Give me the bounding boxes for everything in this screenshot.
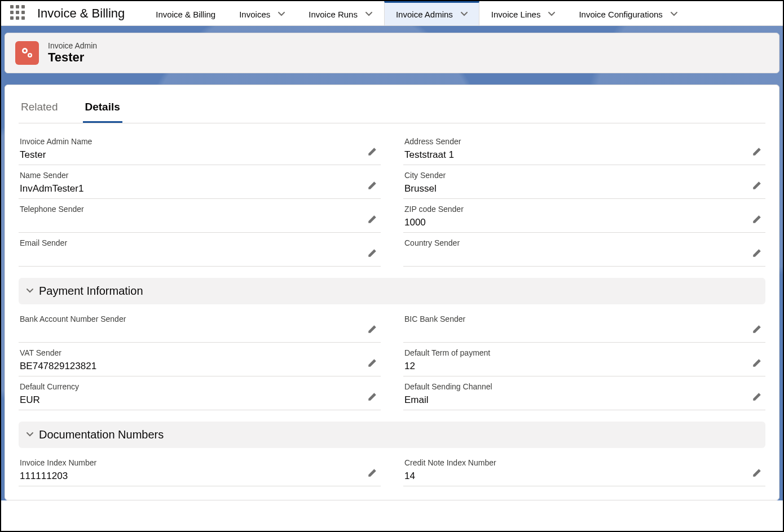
section-payment-information[interactable]: Payment Information [19, 278, 765, 304]
field-value: Teststraat 1 [404, 149, 764, 161]
field-label: Invoice Index Number [20, 458, 380, 467]
field-invoice-admin-name: Invoice Admin Name Tester [19, 131, 381, 165]
field-label: City Sender [404, 171, 764, 180]
pencil-icon[interactable] [367, 468, 377, 478]
nav-label: Invoice Runs [309, 10, 358, 19]
field-default-channel: Default Sending Channel Email [403, 376, 765, 410]
field-label: Name Sender [20, 171, 380, 180]
chevron-down-icon [27, 287, 33, 294]
field-invoice-index: Invoice Index Number 111111203 [19, 453, 381, 486]
pencil-icon[interactable] [752, 392, 762, 402]
record-body: Related Details Invoice Admin Name Teste… [5, 85, 779, 500]
nav-tabs: Invoice & Billing Invoices Invoice Runs … [144, 1, 689, 25]
nav-label: Invoice Admins [396, 10, 453, 19]
field-vat-sender: VAT Sender BE747829123821 [19, 343, 381, 376]
chevron-down-icon[interactable] [548, 11, 555, 17]
field-label: ZIP code Sender [404, 205, 764, 214]
field-label: Default Currency [20, 382, 380, 391]
nav-invoice-billing[interactable]: Invoice & Billing [144, 1, 227, 25]
section-documentation-numbers[interactable]: Documentation Numbers [19, 422, 765, 448]
field-default-term: Default Term of payment 12 [403, 343, 765, 376]
record-title: Tester [48, 50, 97, 65]
section-title: Payment Information [39, 285, 143, 298]
record-header: Invoice Admin Tester [5, 33, 779, 73]
field-value: 14 [404, 471, 764, 482]
section-title: Documentation Numbers [39, 428, 164, 441]
app-name: Invoice & Billing [37, 6, 125, 21]
field-city-sender: City Sender Brussel [403, 165, 765, 199]
app-launcher-icon[interactable] [10, 5, 27, 22]
field-bank-account: Bank Account Number Sender [19, 309, 381, 343]
pencil-icon[interactable] [752, 358, 762, 368]
field-label: Invoice Admin Name [20, 137, 380, 146]
field-value: 1000 [404, 217, 764, 228]
field-value: Tester [20, 149, 380, 161]
pencil-icon[interactable] [752, 248, 762, 258]
field-value: EUR [20, 394, 380, 406]
nav-label: Invoice & Billing [156, 10, 215, 19]
pencil-icon[interactable] [367, 180, 377, 190]
field-label: Country Sender [404, 238, 764, 247]
field-country-sender: Country Sender [403, 233, 765, 267]
field-credit-note-index: Credit Note Index Number 14 [403, 453, 765, 486]
pencil-icon[interactable] [367, 147, 377, 157]
field-address-sender: Address Sender Teststraat 1 [403, 131, 765, 165]
field-value: InvAdmTester1 [20, 183, 380, 194]
record-object-type: Invoice Admin [48, 41, 97, 50]
field-zip-sender: ZIP code Sender 1000 [403, 199, 765, 233]
field-label: Address Sender [404, 137, 764, 146]
pencil-icon[interactable] [752, 214, 762, 224]
nav-invoices[interactable]: Invoices [227, 1, 297, 25]
tab-details[interactable]: Details [83, 95, 122, 123]
tab-related[interactable]: Related [19, 95, 60, 123]
details-fields-block1: Invoice Admin Name Tester Address Sender… [19, 131, 765, 267]
pencil-icon[interactable] [752, 147, 762, 157]
pencil-icon[interactable] [367, 358, 377, 368]
field-label: Telephone Sender [20, 205, 380, 214]
nav-invoice-runs[interactable]: Invoice Runs [297, 1, 384, 25]
record-tabs: Related Details [19, 95, 765, 123]
field-default-currency: Default Currency EUR [19, 376, 381, 410]
nav-invoice-configurations[interactable]: Invoice Configurations [567, 1, 689, 25]
nav-label: Invoice Configurations [579, 10, 662, 19]
field-label: VAT Sender [20, 348, 380, 357]
field-value: 111111203 [20, 471, 380, 482]
field-value: Email [404, 394, 764, 406]
field-label: BIC Bank Sender [404, 314, 764, 323]
pencil-icon[interactable] [752, 180, 762, 190]
pencil-icon[interactable] [752, 324, 762, 334]
field-label: Email Sender [20, 238, 380, 247]
field-value: 12 [404, 361, 764, 372]
chevron-down-icon [27, 431, 33, 438]
field-value: Brussel [404, 183, 764, 194]
field-name-sender: Name Sender InvAdmTester1 [19, 165, 381, 199]
chevron-down-icon[interactable] [365, 11, 372, 17]
chevron-down-icon[interactable] [671, 11, 677, 17]
nav-invoice-admins[interactable]: Invoice Admins [384, 1, 479, 25]
field-label: Bank Account Number Sender [20, 314, 380, 323]
chevron-down-icon[interactable] [461, 11, 468, 17]
field-label: Default Term of payment [404, 348, 764, 357]
details-fields-docnum: Invoice Index Number 111111203 Credit No… [19, 453, 765, 486]
field-bic: BIC Bank Sender [403, 309, 765, 343]
pencil-icon[interactable] [367, 324, 377, 334]
page-background: Invoice Admin Tester Related Details Inv… [1, 26, 783, 500]
field-label: Credit Note Index Number [404, 458, 764, 467]
nav-label: Invoice Lines [491, 10, 541, 19]
record-icon [15, 41, 39, 65]
field-telephone-sender: Telephone Sender [19, 199, 381, 233]
pencil-icon[interactable] [367, 248, 377, 258]
nav-invoice-lines[interactable]: Invoice Lines [479, 1, 567, 25]
pencil-icon[interactable] [367, 392, 377, 402]
nav-label: Invoices [239, 10, 270, 19]
chevron-down-icon[interactable] [278, 11, 285, 17]
global-nav: Invoice & Billing Invoice & Billing Invo… [1, 1, 783, 26]
field-email-sender: Email Sender [19, 233, 381, 267]
pencil-icon[interactable] [752, 468, 762, 478]
field-value: BE747829123821 [20, 361, 380, 372]
pencil-icon[interactable] [367, 214, 377, 224]
details-fields-payment: Bank Account Number Sender BIC Bank Send… [19, 309, 765, 410]
field-label: Default Sending Channel [404, 382, 764, 391]
